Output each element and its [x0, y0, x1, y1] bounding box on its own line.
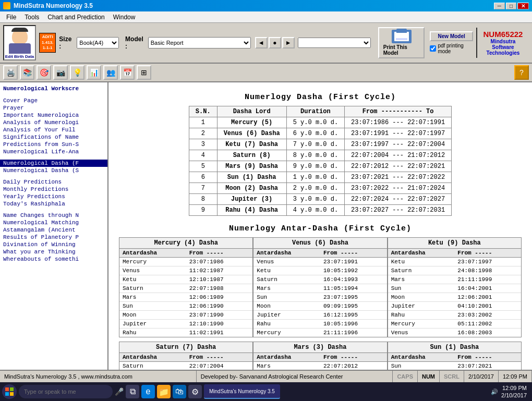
sidebar: Numerological Workscre Cover Page Prayer… [0, 82, 108, 372]
tb-print-icon[interactable]: 🖨️ [3, 65, 18, 80]
status-date: 2/10/2017 [464, 371, 499, 382]
sidebar-item-dasha-first[interactable]: Numerological Dasha (F [0, 160, 107, 167]
menu-chart[interactable]: Chart and Prediction [43, 13, 108, 22]
taskbar-settings-icon[interactable]: ⚙ [188, 385, 202, 398]
pdf-checkbox[interactable] [430, 45, 436, 52]
status-scrl: SCRL [440, 371, 464, 382]
dasha-col-sn: S.N. [189, 106, 217, 117]
sidebar-wrapper: Numerological Workscre Cover Page Prayer… [0, 82, 108, 372]
antar-row: Venus11:02:1987 [119, 266, 252, 275]
aditi-box: ADITI1.413.1-1-1 [39, 33, 56, 52]
sidebar-item-divination[interactable]: Divination of Winning [0, 241, 107, 248]
antar-row: Jupiter16:12:1995 [253, 311, 386, 320]
antar-row1: Mercury (4) Dasha AntardashaFrom ----- M… [119, 237, 522, 337]
toolbar-row2: 🖨️ 📚 🎯 📷 💡 📊 👥 📅 ⊞ ? [0, 64, 532, 82]
antar-row: Mars11:05:1994 [253, 284, 386, 293]
sidebar-item-daily[interactable]: Daily Predictions [0, 178, 107, 186]
start-button[interactable] [2, 384, 17, 399]
sidebar-item-analysis-num[interactable]: Analysis of Numerologi [0, 119, 107, 126]
dasha-table-row: 5Mars (9) Dasha9 y.0 m.0 d.22:07:2012 --… [189, 161, 451, 172]
sidebar-item-planetory[interactable]: Results of Planetory P [0, 234, 107, 241]
pages-select[interactable] [298, 38, 371, 48]
dasha-table-row: 6Sun (1) Dasha1 y.0 m.0 d.23:07:2021 ---… [189, 172, 451, 183]
sidebar-item-monthly[interactable]: Monthly Predictions [0, 186, 107, 193]
maximize-btn[interactable]: □ [506, 3, 516, 9]
status-time: 12:09 PM [499, 371, 532, 382]
tb-people-icon[interactable]: 👥 [103, 65, 118, 80]
antar-block-ketu-title: Ketu (9) Dasha [388, 238, 521, 249]
new-model-btn[interactable]: New Model [430, 31, 473, 41]
pdf-label[interactable]: pdf printing mode [430, 43, 473, 54]
nav-next-btn[interactable]: ► [282, 37, 295, 48]
sidebar-item-cover-page[interactable]: Cover Page [0, 97, 107, 104]
close-btn[interactable]: ✕ [517, 3, 529, 9]
antar-row: Sun23:07:1995 [253, 293, 386, 302]
taskbar-files-icon[interactable]: 📁 [157, 385, 171, 398]
sidebar-item-rashiphala[interactable]: Today's Rashiphala [0, 200, 107, 208]
sidebar-item-life-analysis[interactable]: Numerological Life-Ana [0, 148, 107, 155]
nav-prev-btn[interactable]: ◄ [255, 37, 268, 48]
menu-window[interactable]: Window [109, 13, 140, 22]
tb-camera-icon[interactable]: 📷 [53, 65, 68, 80]
brand-line2: Technologies [481, 50, 525, 56]
dasha-table-row: 2Venus (6) Dasha6 y.0 m.0 d.23:07:1991 -… [189, 128, 451, 139]
nav-icons: ◄ ● ► [255, 37, 295, 48]
taskbar-search[interactable] [19, 385, 113, 398]
sidebar-item-whereabouts[interactable]: Whereabouts of somethi [0, 256, 107, 263]
dasha-table-row: 1Mercury (5)5 y.0 m.0 d.23:07:1986 --- 2… [189, 117, 451, 128]
antar-row: Saturn22:07:2004 [119, 362, 252, 371]
sidebar-item-predictions-sun[interactable]: Predictions from Sun-S [0, 141, 107, 148]
tb-book-icon[interactable]: 📚 [20, 65, 34, 80]
menu-tools[interactable]: Tools [20, 13, 43, 22]
tb-chart-icon[interactable]: 📊 [87, 65, 101, 80]
antar-block-ketu: Ketu (9) Dasha AntardashaFrom ----- Ketu… [388, 237, 522, 337]
avatar [7, 27, 32, 54]
dasha-table: S.N. Dasha Lord Duration From ----------… [189, 106, 452, 216]
new-model-area: New Model pdf printing mode [430, 31, 473, 54]
antar-row: Mars21:11:1999 [388, 275, 521, 284]
tb-bulb-icon[interactable]: 💡 [70, 65, 84, 80]
menu-file[interactable]: File [2, 13, 20, 22]
antar-block-mars-title: Mars (3) Dasha [253, 342, 386, 353]
taskbar-mic-icon[interactable]: 🎤 [115, 387, 124, 396]
taskbar-edge-icon[interactable]: e [141, 385, 155, 398]
antar-row: Ketu12:10:1987 [119, 275, 252, 284]
tb-calendar-icon[interactable]: 📅 [120, 65, 135, 80]
sidebar-item-yearly[interactable]: Yearly Predictions [0, 193, 107, 200]
sidebar-item-astamangalam[interactable]: Astamangalam (Ancient [0, 226, 107, 234]
sidebar-item-significations[interactable]: Significations of Name [0, 133, 107, 141]
brand-line1: Mindsutra Software [481, 39, 525, 50]
tb-apps-icon[interactable]: ⊞ [137, 65, 151, 80]
sidebar-item-important[interactable]: Important Numerologica [0, 112, 107, 119]
sidebar-item-dasha-second[interactable]: Numerological Dasha (S [0, 167, 107, 174]
status-bar: MindSutra's Numerology 3.5 , www.mindsut… [0, 370, 532, 382]
model-select[interactable]: Basic Report [148, 37, 251, 48]
print-btn-label[interactable]: Print This Model [383, 44, 420, 56]
size-select[interactable]: Book(A4) [77, 37, 119, 48]
sidebar-item-matching[interactable]: Numerological Matching [0, 219, 107, 226]
antar-row: Moon09:09:1995 [253, 302, 386, 311]
taskbar-store-icon[interactable]: 🛍 [173, 385, 186, 398]
svg-rect-2 [5, 392, 9, 396]
nav-play-btn[interactable]: ● [269, 37, 281, 48]
tb-target-icon[interactable]: 🎯 [37, 65, 51, 80]
antar-row: Mercury05:11:2002 [388, 320, 521, 329]
edit-birth-label[interactable]: Edit Birth Data [5, 54, 34, 59]
size-label: Size : [59, 35, 74, 50]
sidebar-item-prayer[interactable]: Prayer [0, 104, 107, 112]
taskbar-app-btn[interactable]: MindSutra's Numerology 3.5 [204, 384, 280, 399]
status-left: MindSutra's Numerology 3.5 , www.mindsut… [0, 371, 197, 382]
minimize-btn[interactable]: ─ [494, 3, 505, 9]
taskbar-task-view[interactable]: ⧉ [126, 385, 139, 398]
status-num: NUM [418, 371, 440, 382]
app-title: MindSutra Numerology 3.5 [14, 2, 93, 9]
tb-help-icon[interactable]: ? [514, 65, 529, 80]
antar-row: Sun23:07:2021 [388, 362, 521, 371]
sidebar-item-analysis-full[interactable]: Analysis of Your Full [0, 126, 107, 133]
antar-row: Saturn24:08:1998 [388, 266, 521, 275]
title-bar: MindSutra Numerology 3.5 ─ □ ✕ [0, 0, 532, 11]
taskbar: 🎤 ⧉ e 📁 🛍 ⚙ MindSutra's Numerology 3.5 🔊… [0, 382, 532, 401]
dasha-table-row: 7Moon (2) Dasha2 y.0 m.0 d.23:07:2022 --… [189, 183, 451, 194]
sidebar-item-thinking[interactable]: What you are Thinking [0, 248, 107, 256]
sidebar-item-name-changes[interactable]: Name Changes through N [0, 212, 107, 219]
